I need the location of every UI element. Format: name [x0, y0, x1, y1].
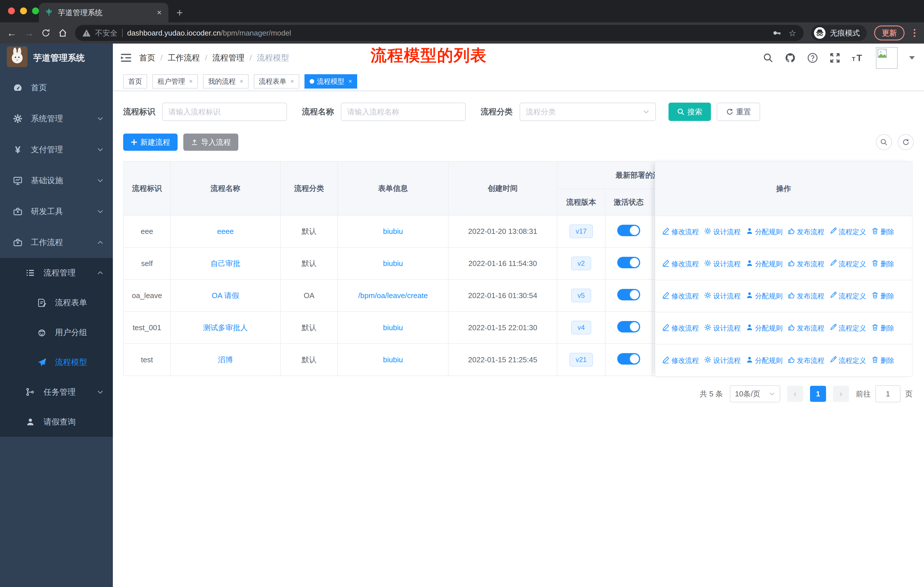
action-修改流程[interactable]: 修改流程 [662, 356, 699, 365]
maximize-window-button[interactable] [32, 7, 39, 14]
action-删除[interactable]: 删除 [871, 260, 894, 269]
filter-key-input[interactable] [162, 103, 287, 121]
action-流程定义[interactable]: 流程定义 [830, 260, 866, 269]
active-toggle[interactable] [617, 321, 640, 332]
next-page-button[interactable]: › [833, 386, 849, 402]
reset-button[interactable]: 重置 [717, 103, 760, 121]
form-info-link[interactable]: biubiu [383, 323, 403, 332]
sidebar-item-流程模型[interactable]: 流程模型 [0, 347, 113, 377]
search-button[interactable]: 搜索 [668, 103, 711, 121]
collapse-sidebar-icon[interactable] [121, 53, 131, 63]
user-menu-caret-icon[interactable] [909, 56, 915, 60]
import-process-button[interactable]: 导入流程 [183, 134, 238, 151]
form-info-link[interactable]: biubiu [383, 259, 403, 268]
action-修改流程[interactable]: 修改流程 [662, 324, 699, 333]
close-window-button[interactable] [8, 7, 15, 14]
action-发布流程[interactable]: 发布流程 [788, 356, 824, 365]
tag-租户管理[interactable]: 租户管理× [152, 74, 198, 89]
fullscreen-icon[interactable] [830, 53, 840, 63]
browser-update-button[interactable]: 更新 [874, 25, 904, 40]
sidebar-item-工作流程[interactable]: 工作流程 [0, 227, 113, 258]
active-toggle[interactable] [617, 257, 640, 268]
action-设计流程[interactable]: 设计流程 [704, 324, 741, 333]
action-修改流程[interactable]: 修改流程 [662, 227, 699, 236]
refresh-table-button[interactable] [898, 134, 914, 150]
sidebar-item-基础设施[interactable]: 基础设施 [0, 165, 113, 196]
active-toggle[interactable] [617, 353, 640, 365]
key-icon[interactable] [772, 28, 782, 38]
browser-menu-icon[interactable] [912, 29, 917, 37]
action-删除[interactable]: 删除 [871, 291, 894, 301]
process-name-link[interactable]: 滔博 [218, 356, 233, 364]
action-删除[interactable]: 删除 [871, 356, 894, 365]
tag-流程表单[interactable]: 流程表单× [254, 74, 299, 89]
close-icon[interactable]: × [347, 78, 352, 85]
form-info-link[interactable]: biubiu [383, 227, 403, 236]
action-流程定义[interactable]: 流程定义 [830, 324, 866, 333]
action-分配规则[interactable]: 分配规则 [746, 356, 782, 365]
prev-page-button[interactable]: ‹ [787, 386, 803, 402]
action-设计流程[interactable]: 设计流程 [704, 356, 741, 365]
current-page-button[interactable]: 1 [810, 386, 826, 402]
close-icon[interactable]: × [188, 78, 193, 85]
tag-首页[interactable]: 首页 [123, 74, 147, 89]
new-tab-button[interactable]: + [177, 7, 183, 19]
search-icon[interactable] [763, 53, 773, 63]
tab-close-icon[interactable]: × [156, 8, 163, 17]
action-发布流程[interactable]: 发布流程 [788, 227, 824, 236]
action-删除[interactable]: 删除 [871, 227, 894, 236]
page-size-select[interactable]: 10条/页 [730, 385, 780, 402]
create-process-button[interactable]: 新建流程 [123, 134, 178, 151]
form-info-link[interactable]: /bpm/oa/leave/create [358, 291, 428, 300]
form-info-link[interactable]: biubiu [383, 356, 403, 364]
action-修改流程[interactable]: 修改流程 [662, 260, 699, 269]
browser-tab[interactable]: 芋道管理系统 × [39, 3, 168, 22]
action-分配规则[interactable]: 分配规则 [746, 227, 782, 236]
active-toggle[interactable] [617, 225, 640, 236]
breadcrumb-item[interactable]: 工作流程 [168, 53, 200, 63]
action-设计流程[interactable]: 设计流程 [704, 227, 741, 236]
sidebar-item-流程管理[interactable]: 流程管理 [0, 258, 113, 288]
action-设计流程[interactable]: 设计流程 [704, 291, 741, 301]
github-icon[interactable] [785, 53, 796, 63]
breadcrumb-item[interactable]: 首页 [139, 53, 155, 63]
close-icon[interactable]: × [289, 78, 294, 85]
action-流程定义[interactable]: 流程定义 [830, 356, 866, 365]
process-name-link[interactable]: eeee [217, 227, 234, 236]
reload-icon[interactable] [41, 28, 50, 38]
goto-page-input[interactable] [875, 385, 901, 402]
help-icon[interactable] [807, 53, 818, 63]
action-设计流程[interactable]: 设计流程 [704, 260, 741, 269]
action-发布流程[interactable]: 发布流程 [788, 324, 824, 333]
minimize-window-button[interactable] [20, 7, 27, 14]
forward-icon[interactable]: → [24, 28, 34, 38]
back-icon[interactable]: ← [7, 28, 16, 38]
sidebar-item-用户分组[interactable]: 用户分组 [0, 317, 113, 347]
filter-category-select[interactable]: 流程分类 [520, 103, 656, 121]
action-修改流程[interactable]: 修改流程 [662, 291, 699, 301]
action-发布流程[interactable]: 发布流程 [788, 291, 824, 301]
process-name-link[interactable]: OA 请假 [212, 291, 239, 300]
action-删除[interactable]: 删除 [871, 324, 894, 333]
home-icon[interactable] [58, 28, 68, 38]
breadcrumb-item[interactable]: 流程管理 [213, 53, 244, 63]
action-分配规则[interactable]: 分配规则 [746, 260, 782, 269]
bookmark-star-icon[interactable]: ☆ [789, 28, 796, 38]
filter-name-input[interactable] [341, 103, 466, 121]
sidebar-item-首页[interactable]: 首页 [0, 72, 113, 103]
font-size-icon[interactable]: TT [852, 53, 865, 63]
action-流程定义[interactable]: 流程定义 [830, 227, 866, 236]
action-流程定义[interactable]: 流程定义 [830, 291, 866, 301]
active-toggle[interactable] [617, 289, 640, 300]
action-发布流程[interactable]: 发布流程 [788, 260, 824, 269]
tag-我的流程[interactable]: 我的流程× [203, 74, 249, 89]
address-bar[interactable]: 不安全 dashboard.yudao.iocoder.cn/bpm/manag… [75, 25, 804, 41]
action-分配规则[interactable]: 分配规则 [746, 324, 782, 333]
sidebar-item-支付管理[interactable]: ¥支付管理 [0, 134, 113, 165]
sidebar-item-研发工具[interactable]: 研发工具 [0, 196, 113, 227]
sidebar-item-流程表单[interactable]: 流程表单 [0, 288, 113, 317]
sidebar-item-请假查询[interactable]: 请假查询 [0, 407, 113, 437]
tag-流程模型[interactable]: 流程模型× [304, 74, 358, 89]
process-name-link[interactable]: 自己审批 [211, 259, 240, 268]
user-avatar-broken-image[interactable] [876, 47, 898, 69]
